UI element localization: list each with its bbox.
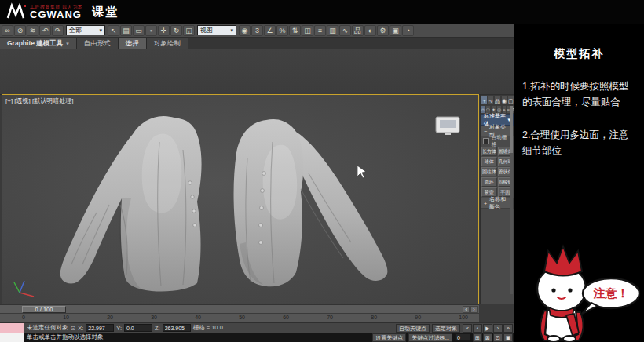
align-icon[interactable]: ≡: [314, 25, 326, 36]
ribbon-tab[interactable]: 自由形式: [77, 38, 119, 49]
frame-tick-label: 0: [22, 315, 25, 320]
prompt-bar: 单击或单击并拖动以选择对象 设置关键点 关键点过滤器... ⊞⊠⊡▣: [0, 333, 514, 342]
mirror-icon[interactable]: ◫: [302, 25, 313, 36]
create-primitive-button[interactable]: 球体: [481, 157, 497, 166]
modify-tab-icon[interactable]: ∿: [488, 95, 494, 105]
frame-tick-label: 20: [107, 315, 113, 320]
chevron-down-icon: ▾: [99, 27, 102, 34]
maxscript-macro-recorder[interactable]: [0, 323, 24, 333]
select-rotate-icon[interactable]: ↻: [170, 25, 182, 36]
frame-tick-label: 30: [151, 315, 157, 320]
curve-editor-icon[interactable]: ∿: [339, 25, 351, 36]
max-window: ∞⊘≋↶↷ 全部 ▾ ↖▤▭▫✛↻◲ 视图 ▾ ◉3∠%⇅◫≡▥∿品◐⚙▣◔ G…: [0, 24, 514, 342]
auto-key-button[interactable]: 自动关键点: [396, 324, 430, 333]
frame-tick-label: 80: [371, 315, 377, 320]
select-link-icon[interactable]: ∞: [2, 25, 13, 36]
lesson-title: 模型拓补: [514, 47, 644, 61]
ribbon-tab[interactable]: 选择: [119, 38, 147, 49]
time-slider-handle[interactable]: 0 / 100: [22, 306, 66, 313]
reference-coordinate-dropdown[interactable]: 视图 ▾: [197, 25, 236, 35]
time-prev-button[interactable]: ‹: [463, 306, 470, 313]
zoom-icon[interactable]: ⊞: [473, 333, 482, 342]
frame-tick-label: 100: [459, 315, 468, 320]
lesson-sidebar: 模型拓补 1.拓补的时候要按照模型的表面合理，尽量贴合2.合理使用多边面，注意细…: [514, 24, 644, 342]
zoom-all-icon[interactable]: ⊠: [483, 333, 492, 342]
z-coordinate-field[interactable]: [163, 324, 191, 332]
rollout-name-color[interactable]: + 名称和颜色: [481, 198, 514, 209]
next-frame-icon[interactable]: ›: [493, 324, 503, 333]
maxscript-listener[interactable]: [0, 333, 24, 342]
select-by-name-icon[interactable]: ▤: [120, 25, 132, 36]
play-icon[interactable]: ▶: [483, 324, 492, 333]
lesson-note: 1.拓补的时候要按照模型的表面合理，尽量贴合: [522, 78, 636, 110]
frame-tick-label: 40: [195, 315, 201, 320]
snap-toggle-3d-icon[interactable]: 3: [251, 25, 263, 36]
window-crossing-icon[interactable]: ▫: [145, 25, 157, 36]
bubble-text: 注意！: [593, 286, 629, 300]
set-key-button[interactable]: 设置关键点: [372, 333, 406, 342]
frame-tick-label: 70: [327, 315, 333, 320]
screen: 工匠教育集团 以人为本 CGWANG 课堂 ∞⊘≋↶↷ 全部 ▾ ↖▤▭▫✛↻◲…: [0, 0, 644, 342]
material-editor-icon[interactable]: ◐: [364, 25, 376, 36]
frame-tick-label: 10: [63, 315, 69, 320]
prev-frame-icon[interactable]: ‹: [473, 324, 482, 333]
go-start-icon[interactable]: «: [463, 324, 472, 333]
maximize-viewport-icon[interactable]: ▣: [503, 333, 513, 342]
display-tab-icon[interactable]: ▢: [507, 95, 514, 105]
create-tab-icon[interactable]: ＋: [481, 95, 488, 105]
redo-icon[interactable]: ↷: [52, 25, 64, 36]
key-filters-button[interactable]: 关键点过滤器...: [408, 333, 452, 342]
selected-objects-dropdown[interactable]: 选定对象: [432, 324, 460, 333]
bind-spacewarp-icon[interactable]: ≋: [27, 25, 38, 36]
viewport-overlay-icon[interactable]: [436, 117, 459, 135]
chevron-down-icon: ▾: [230, 27, 233, 34]
selection-filter-dropdown[interactable]: 全部 ▾: [66, 25, 105, 35]
time-next-button[interactable]: ›: [470, 306, 478, 313]
logo-text: 工匠教育集团 以人为本 CGWANG: [30, 5, 82, 20]
schematic-view-icon[interactable]: 品: [352, 25, 364, 36]
create-primitive-button[interactable]: 长方体: [481, 147, 497, 156]
render-production-icon[interactable]: ◔: [402, 25, 414, 36]
mascot-character: 注意！: [521, 224, 642, 342]
chevron-down-icon: ▾: [66, 41, 69, 47]
ribbon-tab-bar: Graphite 建模工具 ▾ 自由形式选择对象绘制: [0, 38, 514, 49]
rendered-frame-icon[interactable]: ▣: [390, 25, 401, 36]
lock-selection-icon[interactable]: ⊡: [71, 325, 76, 332]
rectangular-region-icon[interactable]: ▭: [133, 25, 145, 36]
main-toolbar: ∞⊘≋↶↷ 全部 ▾ ↖▤▭▫✛↻◲ 视图 ▾ ◉3∠%⇅◫≡▥∿品◐⚙▣◔: [0, 24, 514, 38]
angle-snap-icon[interactable]: ∠: [264, 25, 276, 36]
ribbon-tab[interactable]: 对象绘制: [147, 38, 188, 49]
brand-bar: 工匠教育集团 以人为本 CGWANG 课堂: [0, 0, 644, 24]
y-coordinate-field[interactable]: [124, 324, 152, 332]
select-object-icon[interactable]: ↖: [108, 25, 119, 36]
ribbon-panel-empty: [0, 49, 514, 95]
create-primitive-button[interactable]: 圆环: [481, 177, 497, 187]
prompt-text: 单击或单击并拖动以选择对象: [27, 333, 104, 341]
frame-tick-label: 60: [283, 315, 289, 320]
zoom-extents-icon[interactable]: ⊡: [493, 333, 503, 342]
hierarchy-tab-icon[interactable]: 品: [494, 95, 501, 105]
unlink-icon[interactable]: ⊘: [14, 25, 26, 36]
logo-name: CGWANG: [30, 9, 82, 20]
select-scale-icon[interactable]: ◲: [183, 25, 195, 36]
create-primitive-button[interactable]: 圆柱体: [481, 167, 497, 176]
percent-snap-icon[interactable]: %: [276, 25, 288, 36]
undo-icon[interactable]: ↶: [39, 25, 51, 36]
select-move-icon[interactable]: ✛: [158, 25, 170, 36]
frame-tick-label: 90: [415, 315, 421, 320]
spinner-snap-icon[interactable]: ⇅: [289, 25, 301, 36]
y-label: Y:: [116, 325, 122, 332]
collapse-icon: −: [484, 129, 487, 134]
ribbon-menu-graphite[interactable]: Graphite 建模工具 ▾: [0, 38, 77, 49]
perspective-viewport[interactable]: [+] [透视] [默认明暗处理]: [2, 94, 479, 306]
layer-manager-icon[interactable]: ▥: [327, 25, 338, 36]
x-coordinate-field[interactable]: [86, 324, 114, 332]
motion-tab-icon[interactable]: ◉: [501, 95, 507, 105]
render-setup-icon[interactable]: ⚙: [377, 25, 389, 36]
status-bar: 未选定任何对象 ⊡ X: Y: Z: 栅格 = 10.0 自动关键点 选定对象 …: [0, 322, 514, 333]
current-frame-field[interactable]: [455, 333, 470, 341]
use-pivot-center-icon[interactable]: ◉: [239, 25, 251, 36]
panel-scrollbar[interactable]: [510, 106, 513, 294]
autogrid-checkbox[interactable]: [483, 138, 489, 144]
go-end-icon[interactable]: »: [503, 324, 513, 333]
